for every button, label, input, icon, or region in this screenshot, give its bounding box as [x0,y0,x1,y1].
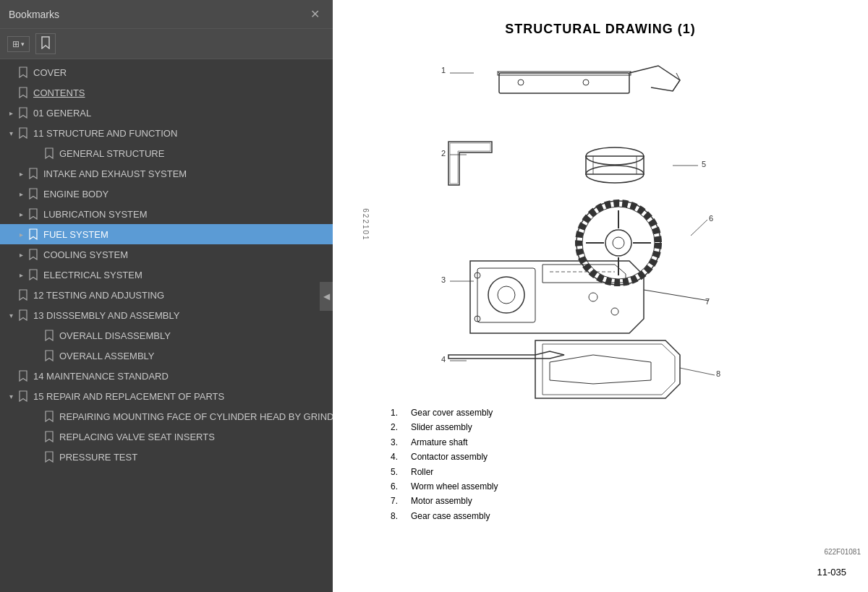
bookmark-label: 01 GENERAL [33,108,91,119]
arrow-icon: ▸ [16,271,26,279]
bookmark-icon [43,330,55,341]
bookmark-item-13-disassembly[interactable]: ▾ 13 DISSSEMBLY AND ASSEMBLY [0,305,333,325]
svg-point-17 [605,230,631,256]
bookmark-item-fuel-system[interactable]: ▸ FUEL SYSTEM [0,224,333,244]
bookmark-view-button[interactable] [35,33,56,54]
bookmark-icon [27,249,39,260]
legend-item: 1.Gear cover assembly [391,406,839,420]
arrow-icon: ▾ [6,312,16,319]
bookmark-label: OVERALL DISASSEMBLY [59,330,171,341]
svg-text:2: 2 [441,149,446,158]
legend-text: Gear cover assembly [411,406,493,420]
svg-line-42 [680,368,715,375]
bookmark-icon [17,390,29,402]
bookmark-item-lubrication[interactable]: ▸ LUBRICATION SYSTEM [0,204,333,224]
legend-text: Motor assembly [411,494,472,508]
bookmark-item-cooling[interactable]: ▸ COOLING SYSTEM [0,244,333,265]
bookmark-icon [17,289,29,301]
arrow-icon: ▸ [16,210,26,218]
svg-point-27 [498,286,515,304]
legend-num: 2. [391,420,405,434]
svg-point-28 [589,293,597,301]
arrow-icon: ▾ [6,129,16,137]
bookmark-label: LUBRICATION SYSTEM [43,209,148,220]
bookmark-item-15-repair[interactable]: ▾ 15 REPAIR AND REPLACEMENT OF PARTS [0,386,333,406]
arrow-icon: ▾ [6,392,16,400]
collapse-panel-button[interactable]: ◀ [320,282,333,311]
bookmark-item-01-general[interactable]: ▸ 01 GENERAL [0,103,333,123]
close-button[interactable]: ✕ [306,6,324,22]
bookmark-item-12-testing[interactable]: 12 TESTING AND ADJUSTING [0,285,333,305]
bookmark-icon [17,127,29,139]
bookmark-label: CONTENTS [33,87,85,98]
sidebar: Bookmarks ✕ ⊞ ▾ COVER CONTENTS▸ 01 GENER… [0,0,333,592]
bookmark-item-overall-assembly[interactable]: OVERALL ASSEMBLY [0,346,333,366]
bookmark-item-replacing-valve[interactable]: REPLACING VALVE SEAT INSERTS [0,426,333,447]
bookmark-label: 13 DISSSEMBLY AND ASSEMBLY [33,310,179,321]
bookmark-label: ENGINE BODY [43,189,109,200]
bookmark-icon [17,107,29,119]
arrow-icon: ▸ [6,109,16,117]
bookmark-icon [43,147,55,159]
bookmark-item-contents[interactable]: CONTENTS [0,82,333,103]
sidebar-title: Bookmarks [9,9,59,20]
legend-item: 8.Gear case assembly [391,509,839,523]
legend-num: 3. [391,435,405,450]
legend-num: 7. [391,494,405,508]
page-view: STRUCTURAL DRAWING (1) 622101 1 [333,0,868,592]
legend-item: 6.Worm wheel assembly [391,479,839,494]
arrow-icon: ▸ [16,231,26,239]
bookmark-icon [17,67,29,78]
bookmark-item-general-structure[interactable]: GENERAL STRUCTURE [0,143,333,163]
bookmark-item-intake-exhaust[interactable]: ▸ INTAKE AND EXHAUST SYSTEM [0,163,333,184]
bookmark-label: 15 REPAIR AND REPLACEMENT OF PARTS [33,391,224,402]
sidebar-header: Bookmarks ✕ [0,0,333,29]
svg-point-18 [613,237,624,249]
bookmark-icon [17,370,29,382]
main-content: STRUCTURAL DRAWING (1) 622101 1 [333,0,868,592]
arrow-icon: ▸ [16,190,26,198]
bookmark-item-overall-disassembly[interactable]: OVERALL DISASSEMBLY [0,325,333,346]
svg-point-6 [583,80,589,85]
bookmark-item-pressure-test[interactable]: PRESSURE TEST [0,447,333,467]
svg-line-39 [691,220,707,236]
figure-number: 622F01081 [824,548,861,556]
svg-text:6: 6 [709,214,713,223]
grid-view-button[interactable]: ⊞ ▾ [7,36,30,52]
legend-num: 4. [391,450,405,464]
bookmark-item-electrical[interactable]: ▸ ELECTRICAL SYSTEM [0,265,333,285]
bookmark-item-repairing-mounting[interactable]: REPAIRING MOUNTING FACE OF CYLINDER HEAD… [0,406,333,426]
legend-item: 4.Contactor assembly [391,450,839,464]
page-number: 11-035 [817,567,846,578]
bookmark-item-14-maintenance[interactable]: 14 MAINTENANCE STANDARD [0,366,333,386]
legend: 1.Gear cover assembly2.Slider assembly3.… [362,406,839,523]
bookmark-label: 14 MAINTENANCE STANDARD [33,371,169,382]
svg-text:8: 8 [716,369,720,378]
svg-text:5: 5 [702,160,706,168]
page-title: STRUCTURAL DRAWING (1) [362,22,839,37]
bookmark-label: COVER [33,67,67,78]
bookmark-label: 12 TESTING AND ADJUSTING [33,290,164,301]
diagram-svg: 1 [427,51,774,398]
legend-text: Contactor assembly [411,450,488,464]
bookmark-item-11-structure[interactable]: ▾ 11 STRUCTURE AND FUNCTION [0,123,333,143]
bookmark-icon [41,36,51,51]
bookmark-label: 11 STRUCTURE AND FUNCTION [33,128,177,139]
diagram-container: 622101 1 [362,51,839,398]
bookmark-label: REPAIRING MOUNTING FACE OF CYLINDER HEAD… [59,411,333,422]
bookmark-label: FUEL SYSTEM [43,229,109,240]
arrow-icon: ▸ [16,170,26,178]
arrow-icon: ▸ [16,251,26,259]
legend-item: 7.Motor assembly [391,494,839,508]
bookmark-icon [27,269,39,280]
bookmark-item-engine-body[interactable]: ▸ ENGINE BODY [0,184,333,204]
bookmark-label: COOLING SYSTEM [43,249,128,260]
legend-num: 6. [391,479,405,494]
legend-num: 1. [391,406,405,420]
bookmark-item-cover[interactable]: COVER [0,62,333,82]
svg-text:3: 3 [441,275,446,284]
bookmark-icon [43,411,55,422]
legend-text: Roller [411,465,433,479]
legend-item: 5.Roller [391,465,839,479]
bookmark-icon [27,188,39,200]
